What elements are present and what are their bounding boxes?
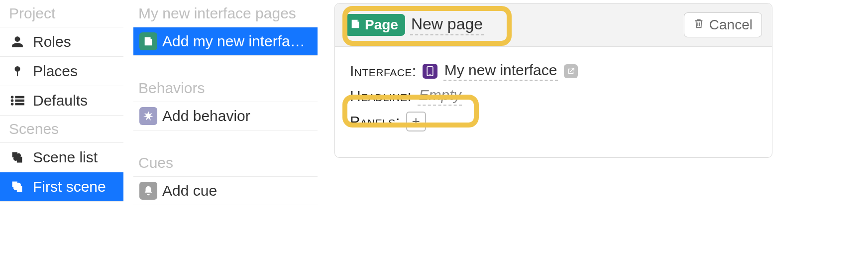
page-badge: Page: [345, 14, 405, 36]
section-heading-behaviors: Behaviors: [133, 75, 318, 102]
add-panel-button[interactable]: +: [406, 112, 426, 131]
sidebar-item-label: Roles: [33, 33, 71, 50]
puzzle-icon: [10, 150, 25, 165]
svg-rect-1: [17, 71, 18, 76]
item-add-interface-page[interactable]: Add my new interfa…: [133, 27, 318, 56]
item-add-cue[interactable]: Add cue: [133, 176, 318, 205]
svg-point-4: [11, 99, 14, 102]
page-title-input[interactable]: New page: [410, 15, 484, 35]
interface-row: Interface: My new interface: [350, 62, 757, 81]
sidebar-item-label: First scene: [33, 178, 106, 195]
detail-body: Interface: My new interface Headline: Em…: [335, 47, 772, 157]
item-label: Add behavior: [162, 108, 250, 125]
trash-icon: [693, 17, 704, 33]
left-sidebar: Project Roles Places Defaults Scenes Sce…: [0, 0, 123, 202]
sidebar-item-scene-list[interactable]: Scene list: [0, 142, 123, 172]
sidebar-item-label: Defaults: [33, 92, 88, 109]
external-link-icon[interactable]: [564, 64, 578, 78]
cancel-button-label: Cancel: [709, 17, 753, 33]
page-badge-label: Page: [365, 17, 398, 33]
sidebar-item-defaults[interactable]: Defaults: [0, 86, 123, 116]
bell-icon: [139, 182, 157, 200]
svg-rect-5: [15, 100, 24, 102]
page-icon: [139, 32, 157, 50]
section-heading-cues: Cues: [133, 149, 318, 176]
page-icon: [350, 17, 361, 33]
cancel-button[interactable]: Cancel: [684, 12, 762, 37]
svg-rect-3: [15, 96, 24, 99]
item-add-behavior[interactable]: Add behavior: [133, 102, 318, 130]
page-title-group: Page New page: [345, 14, 484, 36]
panels-label: Panels:: [350, 113, 400, 130]
pin-icon: [10, 64, 25, 79]
sidebar-item-label: Places: [33, 63, 78, 80]
svg-marker-8: [143, 111, 153, 121]
headline-label: Headline:: [350, 88, 412, 105]
sidebar-heading-scenes: Scenes: [0, 116, 123, 142]
interface-label: Interface:: [350, 63, 417, 80]
svg-point-6: [11, 103, 14, 106]
detail-header: Page New page Cancel: [335, 3, 772, 47]
sidebar-item-roles[interactable]: Roles: [0, 27, 123, 56]
puzzle-icon: [10, 179, 25, 194]
sidebar-item-places[interactable]: Places: [0, 56, 123, 86]
headline-value[interactable]: Empty: [418, 87, 462, 106]
burst-icon: [139, 107, 157, 125]
sidebar-item-label: Scene list: [33, 149, 98, 166]
svg-point-2: [11, 96, 14, 99]
item-label: Add my new interfa…: [162, 33, 305, 50]
sidebar-heading-project: Project: [0, 0, 123, 27]
secondary-sidebar: My new interface pages Add my new interf…: [133, 0, 318, 205]
list-icon: [10, 93, 25, 108]
person-icon: [10, 34, 25, 49]
detail-panel: Page New page Cancel Interface: My new i…: [334, 3, 772, 158]
headline-row: Headline: Empty: [350, 87, 757, 106]
phone-icon: [423, 64, 437, 79]
panels-row: Panels: +: [350, 112, 757, 131]
interface-name-link[interactable]: My new interface: [443, 62, 558, 81]
item-label: Add cue: [162, 182, 217, 199]
sidebar-item-first-scene[interactable]: First scene: [0, 172, 123, 202]
svg-point-10: [429, 74, 431, 75]
svg-rect-7: [15, 103, 24, 106]
section-heading-interface-pages: My new interface pages: [133, 0, 318, 27]
